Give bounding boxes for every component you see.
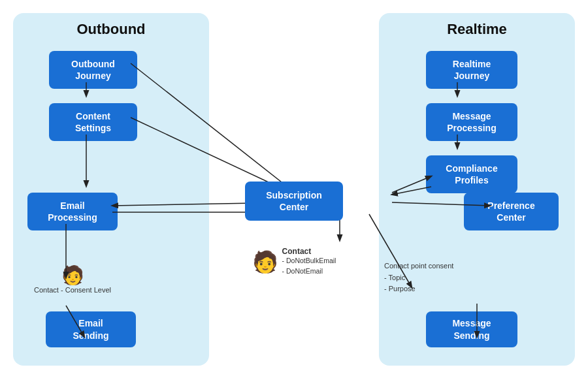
compliance-profiles-box[interactable]: Compliance Profiles	[426, 155, 517, 193]
realtime-journey-box[interactable]: Realtime Journey	[426, 51, 517, 89]
message-sending-box[interactable]: Message Sending	[426, 311, 517, 347]
email-sending-box[interactable]: Email Sending	[46, 311, 136, 347]
outbound-journey-box[interactable]: Outbound Journey	[49, 51, 137, 89]
contact-icon-center: 🧑	[252, 251, 278, 272]
outbound-title: Outbound	[13, 21, 209, 38]
contact-figure-outbound: 🧑 Contact - Consent Level	[34, 266, 111, 294]
realtime-section: Realtime Realtime Journey Message Proces…	[379, 13, 575, 366]
realtime-annotation: Contact point consent - Topic - Purpose	[384, 261, 453, 295]
message-processing-box[interactable]: Message Processing	[426, 103, 517, 141]
subscription-center-box[interactable]: Subscription Center	[245, 182, 343, 221]
center-area: Subscription Center 🧑 Contact - DoNotBul…	[216, 13, 372, 367]
content-settings-box[interactable]: Content Settings	[49, 103, 137, 141]
contact-icon-outbound: 🧑	[61, 266, 84, 285]
preference-center-box[interactable]: Preference Center	[464, 193, 559, 230]
email-processing-box[interactable]: Email Processing	[27, 193, 118, 230]
contact-figure-center: 🧑 Contact - DoNotBulkEmail - DoNotEmail	[252, 247, 336, 277]
realtime-title: Realtime	[379, 21, 575, 38]
diagram-container: Outbound Outbound Journey Content Settin…	[7, 7, 581, 373]
contact-center-label: Contact	[282, 247, 336, 256]
outbound-section: Outbound Outbound Journey Content Settin…	[13, 13, 209, 366]
contact-fields: - DoNotBulkEmail - DoNotEmail	[282, 256, 336, 277]
